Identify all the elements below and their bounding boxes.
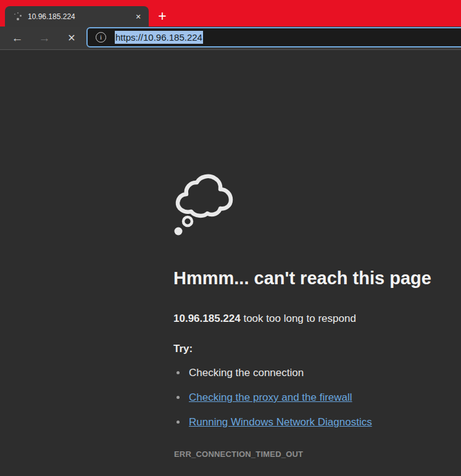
navigation-toolbar: ← → ✕ i https://10.96.185.224 [0,27,461,50]
error-content: Hmmm... can't reach this page 10.96.185.… [173,171,451,476]
forward-button[interactable]: → [35,29,54,47]
try-label: Try: [173,343,193,355]
list-item: Checking the connection [173,366,372,391]
error-code: ERR_CONNECTION_TIMED_OUT [174,449,303,459]
list-item: Checking the proxy and the firewall [173,391,372,416]
suggestion-text: Checking the connection [189,367,304,379]
suggestion-list: Checking the connection Checking the pro… [173,366,372,440]
site-info-icon[interactable]: i [96,32,106,43]
error-heading: Hmmm... can't reach this page [173,268,451,289]
list-item: Running Windows Network Diagnostics [173,416,372,440]
error-host: 10.96.185.224 [173,313,241,324]
url-selected-text: https://10.96.185.224 [115,31,203,44]
error-page: Hmmm... can't reach this page 10.96.185.… [0,51,461,476]
tab-close-icon[interactable]: ✕ [133,11,144,22]
browser-window: 10.96.185.224 ✕ + ← → ✕ i https://10.96.… [0,0,461,476]
error-subtitle: 10.96.185.224 took too long to respond [173,313,356,325]
browser-tab[interactable]: 10.96.185.224 ✕ [5,6,149,27]
url-input[interactable]: https://10.96.185.224 [115,32,203,43]
tab-strip: 10.96.185.224 ✕ + [0,0,461,27]
network-diagnostics-link[interactable]: Running Windows Network Diagnostics [189,416,372,428]
stop-button[interactable]: ✕ [62,29,81,47]
proxy-firewall-link[interactable]: Checking the proxy and the firewall [189,392,352,403]
error-subtitle-text: took too long to respond [241,313,356,324]
back-button[interactable]: ← [8,29,27,47]
tab-title: 10.96.185.224 [28,12,133,21]
loading-spinner-icon [12,11,23,22]
address-bar[interactable]: i https://10.96.185.224 [86,27,461,47]
thought-cloud-icon [171,172,235,239]
new-tab-button[interactable]: + [154,8,171,25]
